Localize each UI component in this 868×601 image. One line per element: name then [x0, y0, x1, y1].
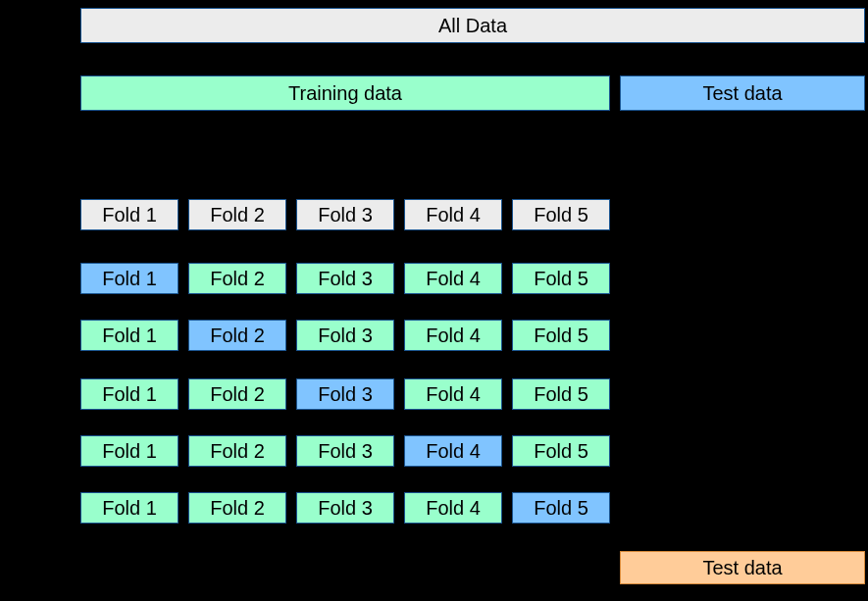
split-5-fold-5-validation: Fold 5: [512, 492, 610, 524]
split-2-fold-3-train: Fold 3: [296, 320, 394, 351]
final-test-data-box: Test data: [620, 551, 865, 584]
split-5-fold-2-train: Fold 2: [188, 492, 286, 524]
training-data-box: Training data: [80, 75, 610, 111]
split-5-fold-3-train: Fold 3: [296, 492, 394, 524]
split-4-fold-1-train: Fold 1: [80, 435, 179, 467]
split-1-fold-4-train: Fold 4: [404, 263, 502, 294]
test-data-box: Test data: [620, 75, 865, 111]
split-4-fold-5-train: Fold 5: [512, 435, 610, 467]
fold-header-1: Fold 1: [80, 199, 179, 230]
all-data-box: All Data: [80, 8, 865, 43]
split-2-fold-5-train: Fold 5: [512, 320, 610, 351]
split-2-fold-1-train: Fold 1: [80, 320, 179, 351]
split-1-fold-3-train: Fold 3: [296, 263, 394, 294]
split-3-fold-3-validation: Fold 3: [296, 378, 394, 410]
split-1-fold-2-train: Fold 2: [188, 263, 286, 294]
split-3-fold-2-train: Fold 2: [188, 378, 286, 410]
split-3-fold-5-train: Fold 5: [512, 378, 610, 410]
split-5-fold-1-train: Fold 1: [80, 492, 179, 524]
split-4-fold-4-validation: Fold 4: [404, 435, 502, 467]
split-2-fold-2-validation: Fold 2: [188, 320, 286, 351]
cv-diagram: All DataTraining dataTest dataFold 1Fold…: [0, 0, 868, 601]
fold-header-3: Fold 3: [296, 199, 394, 230]
split-5-fold-4-train: Fold 4: [404, 492, 502, 524]
split-2-fold-4-train: Fold 4: [404, 320, 502, 351]
split-1-fold-1-validation: Fold 1: [80, 263, 179, 294]
split-4-fold-3-train: Fold 3: [296, 435, 394, 467]
split-1-fold-5-train: Fold 5: [512, 263, 610, 294]
fold-header-4: Fold 4: [404, 199, 502, 230]
fold-header-5: Fold 5: [512, 199, 610, 230]
split-4-fold-2-train: Fold 2: [188, 435, 286, 467]
fold-header-2: Fold 2: [188, 199, 286, 230]
split-3-fold-4-train: Fold 4: [404, 378, 502, 410]
split-3-fold-1-train: Fold 1: [80, 378, 179, 410]
